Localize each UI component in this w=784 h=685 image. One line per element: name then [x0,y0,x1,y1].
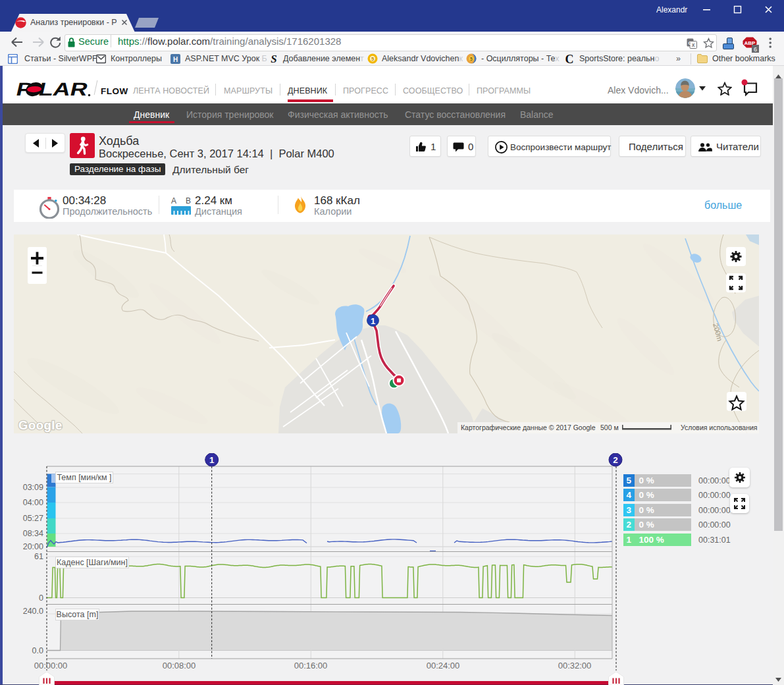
svg-text:G: G [688,40,692,45]
svg-text:1: 1 [371,316,375,326]
svg-text:500 м: 500 м [600,424,619,431]
svg-text:2: 2 [613,455,618,465]
svg-text:S: S [271,53,276,65]
svg-text:1: 1 [209,455,215,465]
svg-text:C: C [565,53,574,65]
svg-text:P LAR: P LAR [14,81,90,98]
svg-text:Картографические данные © 2017: Картографические данные © 2017 Google [461,424,596,431]
svg-text:Google: Google [18,418,63,432]
svg-text:5: 5 [371,56,374,62]
svg-text:H: H [173,56,178,63]
svg-text:Условия использования: Условия использования [681,424,758,431]
svg-text:6: 6 [754,46,757,53]
svg-text:5: 5 [470,57,473,61]
